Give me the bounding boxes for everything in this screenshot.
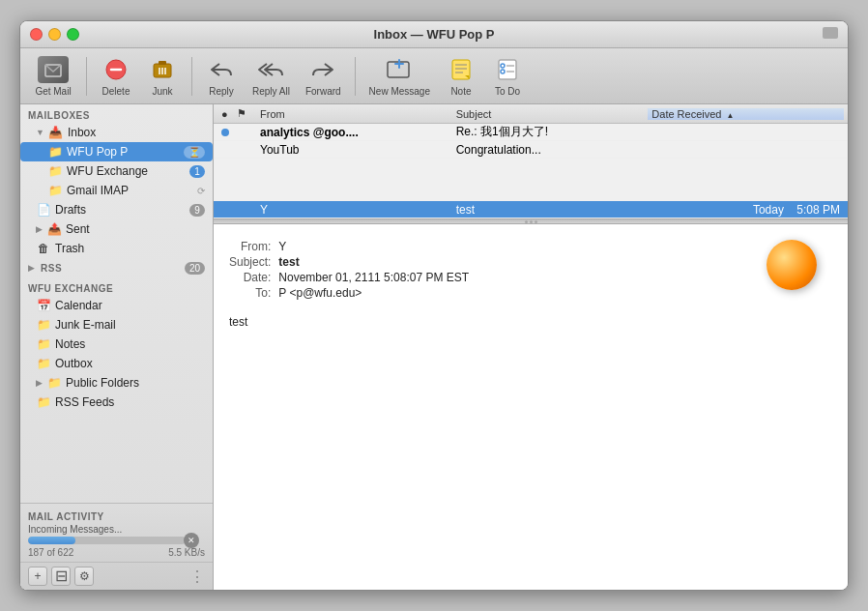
table-row[interactable]: analytics @goo.... Re.: 我1個月大了! <box>214 124 848 141</box>
table-row[interactable]: YouTub Congratulation... <box>214 141 848 159</box>
reply-label: Reply <box>209 86 234 97</box>
junk-button[interactable]: Junk <box>141 52 184 101</box>
rss-header: RSS <box>41 263 62 274</box>
unread-dot <box>221 129 229 136</box>
public-folders-label: Public Folders <box>66 376 205 390</box>
col-header-flag[interactable]: ⚑ <box>233 107 256 120</box>
col-header-subject[interactable]: Subject <box>452 108 649 120</box>
delete-button[interactable]: Delete <box>95 52 137 101</box>
sidebar: MAILBOXES ▼ 📥 Inbox 📁 WFU Pop P ⏳ 📁 WFU … <box>20 104 214 590</box>
get-mail-button[interactable]: Get Mail <box>28 52 78 101</box>
sidebar-item-public-folders[interactable]: ▶ 📁 Public Folders <box>20 373 213 393</box>
settings-button[interactable]: ⚙ <box>74 567 94 586</box>
main-window: Inbox — WFU Pop P Get Mail <box>19 20 849 591</box>
trash-icon: 🗑 <box>36 241 51 256</box>
sidebar-item-wfu-exchange[interactable]: 📁 WFU Exchange 1 <box>20 161 213 181</box>
add-mailbox-button[interactable]: + <box>28 567 47 586</box>
trash-label: Trash <box>55 242 205 255</box>
sidebar-item-rss[interactable]: ▶ RSS 20 <box>20 258 213 277</box>
public-folders-icon: 📁 <box>46 375 62 391</box>
new-message-label: New Message <box>369 86 430 97</box>
wfu-exchange-icon: 📁 <box>47 163 63 179</box>
col-header-dot[interactable]: ● <box>217 108 233 120</box>
sidebar-item-outbox[interactable]: 📁 Outbox <box>20 354 213 373</box>
outbox-icon: 📁 <box>36 356 51 371</box>
sidebar-item-inbox[interactable]: ▼ 📥 Inbox <box>20 123 213 142</box>
subject-cell: Congratulation... <box>452 143 649 157</box>
wfu-pop-p-label: WFU Pop P <box>67 145 180 159</box>
inbox-icon: 📥 <box>48 125 64 140</box>
divider-dot <box>530 220 533 223</box>
drafts-label: Drafts <box>55 203 186 217</box>
sidebar-item-wfu-pop-p[interactable]: 📁 WFU Pop P ⏳ <box>20 142 213 161</box>
date-label: Date: <box>229 271 271 284</box>
sidebar-item-gmail[interactable]: 📁 Gmail IMAP ⟳ <box>20 181 213 200</box>
svg-rect-4 <box>159 61 166 65</box>
new-message-icon <box>386 56 413 83</box>
forward-label: Forward <box>305 86 341 97</box>
reply-button[interactable]: Reply <box>200 52 243 101</box>
date-value: November 01, 2111 5:08:07 PM EST <box>278 271 832 284</box>
divider-dot <box>535 220 537 223</box>
wfu-exchange-label: WFU Exchange <box>67 164 186 178</box>
sent-label: Sent <box>66 222 205 236</box>
sidebar-item-sent[interactable]: ▶ 📤 Sent <box>20 219 213 239</box>
sidebar-item-drafts[interactable]: 📄 Drafts 9 <box>20 200 213 219</box>
close-button[interactable] <box>30 28 43 41</box>
new-message-button[interactable]: New Message <box>363 52 436 101</box>
junk-email-label: Junk E-mail <box>55 318 205 332</box>
gmail-sync-icon: ⟳ <box>197 186 205 196</box>
dot-cell <box>217 129 233 136</box>
progress-bar <box>28 537 186 544</box>
gmail-icon: 📁 <box>47 183 63 198</box>
expand-icon[interactable] <box>823 27 838 39</box>
to-value: P <p@wfu.edu> <box>278 286 832 300</box>
minimize-button[interactable] <box>48 28 61 41</box>
rss-badge: 20 <box>185 262 205 275</box>
sidebar-item-notes[interactable]: 📁 Notes <box>20 335 213 354</box>
title-bar-right <box>823 27 838 42</box>
to-label: To: <box>229 286 271 300</box>
gmail-label: Gmail IMAP <box>67 184 193 197</box>
wfu-pop-p-icon: 📁 <box>47 144 63 160</box>
title-bar: Inbox — WFU Pop P <box>20 21 848 48</box>
get-mail-icon <box>38 56 69 83</box>
note-label: Note <box>450 86 471 97</box>
from-cell: Y <box>256 203 452 217</box>
incoming-label: Incoming Messages... <box>28 524 205 535</box>
col-header-from[interactable]: From <box>256 108 452 120</box>
maximize-button[interactable] <box>67 28 79 41</box>
notes-label: Notes <box>55 337 205 351</box>
outbox-label: Outbox <box>55 357 205 370</box>
wfu-pop-p-badge: ⏳ <box>184 146 205 159</box>
rss-disclosure: ▶ <box>28 263 35 273</box>
wfu-exchange-badge: 1 <box>189 165 205 178</box>
toolbar-sep-2 <box>191 57 192 96</box>
note-button[interactable]: Note <box>440 52 482 101</box>
count-label: 187 of 622 <box>28 547 73 558</box>
toolbar-sep-1 <box>86 57 87 96</box>
progress-cancel-button[interactable]: ✕ <box>184 533 199 548</box>
reply-all-button[interactable]: Reply All <box>246 52 296 101</box>
sidebar-item-rss-feeds[interactable]: 📁 RSS Feeds <box>20 393 213 412</box>
col-header-date[interactable]: Date Received ▲ <box>648 108 844 120</box>
sidebar-item-junk-email[interactable]: 📁 Junk E-mail <box>20 315 213 335</box>
preview-header: From: Y Subject: test Date: November 01,… <box>229 240 832 300</box>
to-do-icon <box>494 56 521 83</box>
resize-handle[interactable]: ⋮ <box>189 567 205 586</box>
date-value: Today <box>753 203 784 217</box>
progress-container: ✕ <box>28 537 186 544</box>
sidebar-item-trash[interactable]: 🗑 Trash <box>20 239 213 258</box>
subject-cell: test <box>452 203 649 217</box>
calendar-label: Calendar <box>55 299 205 312</box>
sidebar-scroll: MAILBOXES ▼ 📥 Inbox 📁 WFU Pop P ⏳ 📁 WFU … <box>20 104 213 503</box>
from-label: From: <box>229 240 271 253</box>
forward-button[interactable]: Forward <box>300 52 347 101</box>
sidebar-item-calendar[interactable]: 📅 Calendar <box>20 296 213 315</box>
table-row-selected[interactable]: Y test Today 5:08 PM <box>214 201 848 218</box>
toolbar: Get Mail Delete <box>20 48 848 104</box>
from-cell: YouTub <box>256 143 452 157</box>
to-do-button[interactable]: To Do <box>486 52 529 101</box>
remove-mailbox-button[interactable]: ⊟ <box>51 567 71 586</box>
delete-icon <box>102 56 130 83</box>
